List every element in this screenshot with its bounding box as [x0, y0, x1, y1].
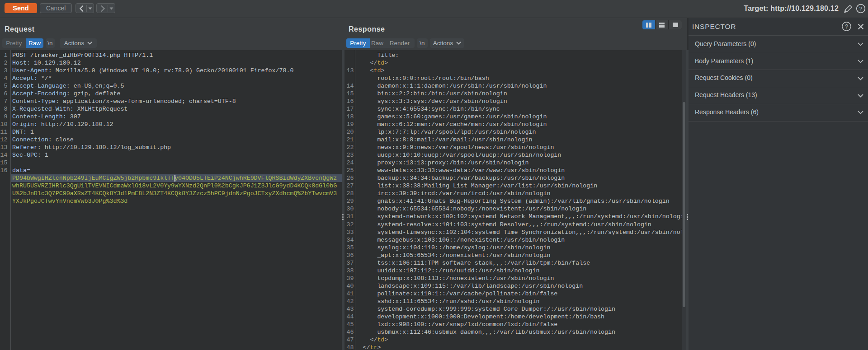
- svg-text:?: ?: [845, 23, 848, 30]
- svg-text:?: ?: [859, 6, 862, 11]
